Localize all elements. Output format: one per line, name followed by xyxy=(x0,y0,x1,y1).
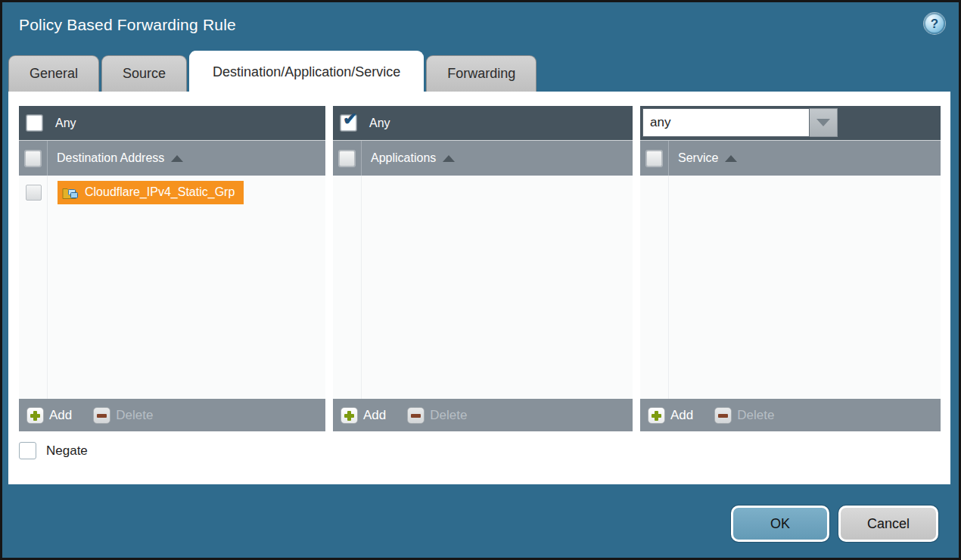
destination-row-item[interactable]: Cloudflare_IPv4_Static_Grp xyxy=(58,181,244,204)
delete-button[interactable]: Delete xyxy=(93,407,153,424)
delete-button-label: Delete xyxy=(430,408,467,423)
tab-content-panel: Any Destination Address xyxy=(8,92,950,484)
destination-header-gutter xyxy=(19,141,48,176)
sort-asc-icon[interactable] xyxy=(443,155,455,162)
add-button[interactable]: Add xyxy=(341,407,386,424)
tab-source[interactable]: Source xyxy=(101,55,187,92)
applications-toolbar: Add Delete xyxy=(333,399,633,431)
service-header-label[interactable]: Service xyxy=(678,151,718,165)
destination-header-label[interactable]: Destination Address xyxy=(57,151,164,165)
destination-row-label: Cloudflare_IPv4_Static_Grp xyxy=(85,185,235,199)
table-row: Cloudflare_IPv4_Static_Grp xyxy=(19,176,325,206)
chevron-down-icon xyxy=(816,119,830,126)
row-gutter xyxy=(19,185,48,201)
minus-icon xyxy=(93,407,110,424)
plus-icon xyxy=(26,407,44,424)
applications-any-bar: Any xyxy=(333,106,633,141)
add-button[interactable]: Add xyxy=(26,407,72,424)
destination-list: Cloudflare_IPv4_Static_Grp xyxy=(19,176,325,399)
destination-select-all-checkbox[interactable] xyxy=(25,151,41,166)
dialog-titlebar: Policy Based Forwarding Rule ? xyxy=(2,2,959,49)
minus-icon xyxy=(714,407,732,424)
destination-any-bar: Any xyxy=(19,106,325,141)
negate-label: Negate xyxy=(46,443,88,459)
gutter-divider xyxy=(361,176,362,399)
service-mode-bar xyxy=(640,106,941,141)
delete-button-label: Delete xyxy=(737,408,774,423)
applications-column: Any Applications Add Delete xyxy=(333,106,633,431)
add-button[interactable]: Add xyxy=(648,407,693,424)
applications-header-gutter xyxy=(333,141,362,176)
dialog-title: Policy Based Forwarding Rule xyxy=(19,16,236,34)
plus-icon xyxy=(648,407,665,424)
tab-forwarding[interactable]: Forwarding xyxy=(426,55,536,92)
applications-any-checkbox[interactable] xyxy=(341,115,356,131)
service-mode-input[interactable] xyxy=(642,108,810,137)
sort-asc-icon[interactable] xyxy=(725,155,737,162)
service-column: Service Add Delete xyxy=(640,106,941,431)
add-button-label: Add xyxy=(670,408,693,423)
applications-header-label[interactable]: Applications xyxy=(371,151,436,165)
destination-address-column: Any Destination Address xyxy=(19,106,325,431)
applications-any-label: Any xyxy=(369,117,390,130)
tab-destination-application-service[interactable]: Destination/Application/Service xyxy=(189,51,424,92)
dropdown-button[interactable] xyxy=(810,108,838,137)
delete-button[interactable]: Delete xyxy=(407,407,467,424)
tab-general[interactable]: General xyxy=(8,55,99,92)
destination-any-checkbox[interactable] xyxy=(26,115,42,131)
destination-header-row: Destination Address xyxy=(19,141,325,176)
plus-icon xyxy=(341,407,358,424)
service-header-gutter xyxy=(640,141,669,176)
address-group-icon xyxy=(62,185,79,200)
add-button-label: Add xyxy=(363,408,386,423)
service-select-all-checkbox[interactable] xyxy=(646,151,662,166)
service-list xyxy=(640,176,941,399)
negate-row: Negate xyxy=(19,442,88,459)
negate-checkbox[interactable] xyxy=(19,442,36,459)
destination-toolbar: Add Delete xyxy=(19,399,325,431)
service-mode-dropdown[interactable] xyxy=(642,108,838,137)
minus-icon xyxy=(407,407,425,424)
help-glyph: ? xyxy=(931,17,938,30)
gutter-divider xyxy=(668,176,669,399)
add-button-label: Add xyxy=(49,408,72,423)
delete-button-label: Delete xyxy=(116,408,153,423)
applications-list xyxy=(333,176,633,399)
gutter-divider xyxy=(47,176,48,399)
tab-bar: General Source Destination/Application/S… xyxy=(8,51,539,92)
applications-header-row: Applications xyxy=(333,141,633,176)
ok-button[interactable]: OK xyxy=(731,506,829,542)
delete-button[interactable]: Delete xyxy=(714,407,774,424)
sort-asc-icon[interactable] xyxy=(171,155,183,162)
service-header-row: Service xyxy=(640,141,941,176)
cancel-button[interactable]: Cancel xyxy=(838,506,938,542)
applications-select-all-checkbox[interactable] xyxy=(339,151,355,166)
help-icon[interactable]: ? xyxy=(924,13,945,34)
pbf-rule-dialog: Policy Based Forwarding Rule ? General S… xyxy=(0,0,961,560)
destination-any-label: Any xyxy=(55,117,76,130)
row-checkbox[interactable] xyxy=(26,185,42,201)
service-toolbar: Add Delete xyxy=(640,399,941,431)
